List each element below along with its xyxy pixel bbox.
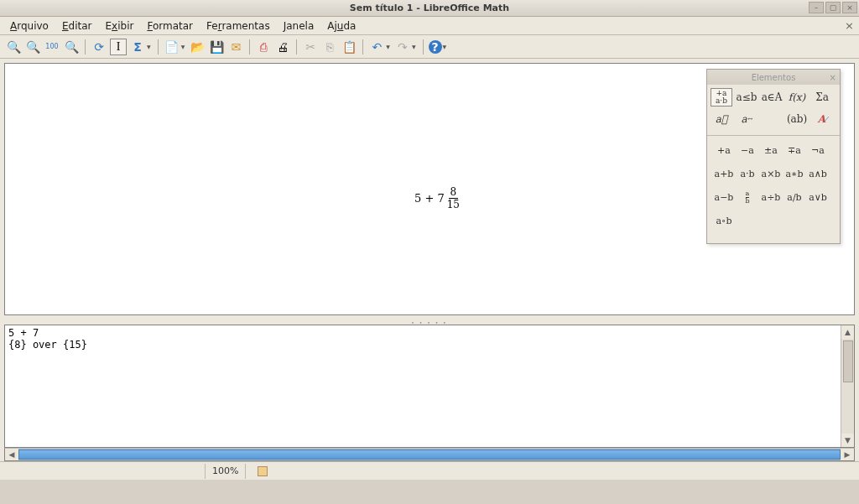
- elements-operations: +a −a ±a ∓a ¬a a+b a·b a×b a∗b a∧b a−b a…: [707, 139, 840, 243]
- category-brackets[interactable]: (ab): [786, 110, 808, 128]
- op-plusminus-a[interactable]: ±a: [759, 143, 783, 158]
- elements-sigma-icon[interactable]: Σ: [129, 39, 146, 55]
- close-button[interactable]: ×: [842, 2, 857, 13]
- menu-arquivo[interactable]: Arquivo: [3, 18, 55, 34]
- formula-render: 5 + 7 8 15: [414, 186, 461, 210]
- mail-icon[interactable]: ✉: [227, 39, 244, 55]
- op-minusplus-a[interactable]: ∓a: [783, 143, 806, 158]
- formula-cursor-icon[interactable]: I: [110, 39, 127, 55]
- toolbar: 🔍 🔍 100 🔍 ⟳ I Σ ▼ 📄 ▼ 📂 💾 ✉ ⎙ 🖨 ✂ ⎘ 📋 ↶ …: [0, 35, 859, 59]
- category-attributes[interactable]: a⃗: [711, 110, 732, 128]
- scroll-right-icon[interactable]: ▶: [841, 449, 854, 460]
- menu-editar[interactable]: Editar: [55, 18, 99, 34]
- panel-separator: [707, 135, 840, 136]
- paste-icon[interactable]: 📋: [341, 39, 357, 55]
- refresh-icon[interactable]: ⟳: [91, 39, 107, 55]
- export-pdf-icon[interactable]: ⎙: [255, 39, 272, 55]
- scroll-up-icon[interactable]: ▲: [841, 325, 854, 339]
- op-a-circ-b[interactable]: a∘b: [712, 213, 736, 228]
- op-a-or-b[interactable]: a∨b: [806, 190, 830, 205]
- op-not-a[interactable]: ¬a: [806, 143, 830, 158]
- zoom-out-icon[interactable]: 🔍: [24, 39, 41, 55]
- close-document-button[interactable]: ×: [845, 19, 854, 32]
- help-icon[interactable]: ?: [429, 40, 442, 54]
- op-a-and-b[interactable]: a∧b: [806, 166, 830, 181]
- copy-icon[interactable]: ⎘: [321, 39, 338, 55]
- cut-icon[interactable]: ✂: [302, 39, 319, 55]
- dropdown-arrow-icon[interactable]: ▼: [181, 44, 187, 49]
- save-icon[interactable]: 💾: [208, 39, 225, 55]
- zoom-100-icon[interactable]: 100: [44, 39, 60, 55]
- hscroll-track[interactable]: [18, 449, 841, 460]
- menu-ajuda[interactable]: Ajuda: [320, 18, 362, 34]
- zoom-level[interactable]: 100%: [205, 464, 245, 479]
- op-a-div-b[interactable]: a÷b: [759, 190, 783, 205]
- redo-icon[interactable]: ↷: [394, 39, 411, 55]
- dropdown-arrow-icon[interactable]: ▼: [147, 44, 153, 49]
- menu-ferramentas[interactable]: Ferramentas: [200, 18, 277, 34]
- category-set-operations[interactable]: a∈A: [761, 88, 783, 107]
- toolbar-separator: [423, 39, 424, 55]
- dropdown-arrow-icon[interactable]: ▼: [412, 44, 418, 49]
- scroll-thumb[interactable]: [843, 340, 853, 382]
- menu-formatar[interactable]: Formatar: [140, 18, 200, 34]
- maximize-button[interactable]: ▢: [825, 2, 841, 13]
- category-others[interactable]: a↔: [736, 110, 757, 128]
- op-a-minus-b[interactable]: a−b: [712, 190, 736, 205]
- toolbar-separator: [249, 39, 250, 55]
- vertical-scrollbar[interactable]: ▲ ▼: [841, 325, 854, 447]
- zoom-fit-icon[interactable]: 🔍: [63, 39, 80, 55]
- print-icon[interactable]: 🖨: [274, 39, 291, 55]
- op-a-cdot-b[interactable]: a·b: [736, 166, 759, 181]
- elements-panel-title[interactable]: Elementos ×: [707, 70, 840, 85]
- formula-left: 5 + 7: [414, 192, 445, 205]
- toolbar-separator: [362, 39, 363, 55]
- window-titlebar: Sem título 1 - LibreOffice Math – ▢ ×: [0, 0, 859, 17]
- elements-panel[interactable]: Elementos × +aa·b a≤b a∈A f(x) Σa a⃗ a↔ …: [706, 69, 841, 244]
- toolbar-separator: [296, 39, 297, 55]
- toolbar-separator: [85, 39, 86, 55]
- command-window: ▲ ▼ ◀ ▶: [0, 325, 859, 461]
- open-icon[interactable]: 📂: [189, 39, 206, 55]
- modified-icon: [258, 466, 268, 476]
- category-functions[interactable]: f(x): [786, 88, 808, 107]
- fraction-numerator: 8: [449, 186, 459, 199]
- menu-janela[interactable]: Janela: [277, 18, 321, 34]
- formula-view-container: 5 + 7 8 15 Elementos × +aa·b a≤b a∈A f(x…: [0, 59, 859, 320]
- window-controls: – ▢ ×: [809, 2, 857, 13]
- zoom-in-icon[interactable]: 🔍: [5, 39, 22, 55]
- new-document-icon[interactable]: 📄: [164, 39, 180, 55]
- op-minus-a[interactable]: −a: [736, 143, 759, 158]
- formula-canvas[interactable]: 5 + 7 8 15 Elementos × +aa·b a≤b a∈A f(x…: [4, 63, 855, 315]
- dropdown-arrow-icon[interactable]: ▼: [386, 44, 392, 49]
- menu-exibir[interactable]: Exibir: [99, 18, 141, 34]
- toolbar-separator: [158, 39, 159, 55]
- undo-icon[interactable]: ↶: [368, 39, 385, 55]
- minimize-button[interactable]: –: [809, 2, 824, 13]
- close-icon[interactable]: ×: [830, 73, 836, 82]
- formula-input[interactable]: [5, 325, 841, 447]
- op-plus-a[interactable]: +a: [712, 143, 736, 158]
- scroll-down-icon[interactable]: ▼: [841, 434, 854, 447]
- hscroll-thumb[interactable]: [18, 449, 841, 460]
- op-a-over-b[interactable]: ab: [736, 190, 759, 205]
- formula-fraction: 8 15: [445, 186, 461, 210]
- statusbar: 100%: [0, 461, 859, 480]
- fraction-denominator: 15: [445, 199, 461, 210]
- category-operators[interactable]: Σa: [811, 88, 833, 107]
- modified-indicator: [245, 464, 274, 479]
- op-a-star-b[interactable]: a∗b: [783, 166, 806, 181]
- scroll-left-icon[interactable]: ◀: [5, 449, 18, 460]
- category-spacer: [761, 110, 783, 128]
- menubar: Arquivo Editar Exibir Formatar Ferrament…: [0, 17, 859, 35]
- op-a-slash-b[interactable]: a/b: [783, 190, 806, 205]
- category-relations[interactable]: a≤b: [736, 88, 757, 107]
- category-unary-binary[interactable]: +aa·b: [711, 88, 732, 107]
- window-title: Sem título 1 - LibreOffice Math: [350, 3, 509, 13]
- elements-categories: +aa·b a≤b a∈A f(x) Σa a⃗ a↔ (ab) A⁄: [707, 85, 840, 132]
- dropdown-arrow-icon[interactable]: ▼: [443, 44, 449, 49]
- op-a-times-b[interactable]: a×b: [759, 166, 783, 181]
- op-a-plus-b[interactable]: a+b: [712, 166, 736, 181]
- horizontal-scrollbar[interactable]: ◀ ▶: [4, 448, 855, 461]
- category-formats[interactable]: A⁄: [811, 110, 833, 128]
